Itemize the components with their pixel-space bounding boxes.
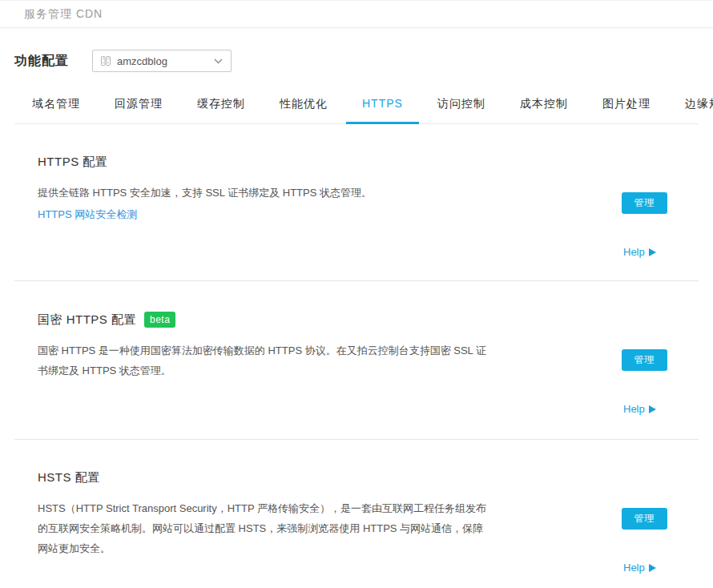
manage-button[interactable]: 管理 (622, 508, 667, 530)
beta-badge: beta (144, 312, 175, 328)
section-description: HSTS（HTTP Strict Transport Security，HTTP… (38, 498, 490, 558)
page-title: 功能配置 (14, 53, 69, 70)
tab-https[interactable]: HTTPS (346, 90, 419, 123)
play-right-icon (649, 405, 656, 413)
https-security-check-link[interactable]: HTTPS 网站安全检测 (38, 207, 137, 222)
section-title: HSTS 配置 (38, 470, 490, 485)
section-title: HTTPS 配置 (38, 155, 490, 170)
help-link[interactable]: Help (623, 562, 656, 574)
service-selector-value: amzcdblog (117, 55, 214, 67)
service-icon (100, 55, 111, 66)
tab-cost-control[interactable]: 成本控制 (504, 90, 584, 123)
help-link-label: Help (623, 562, 645, 574)
section-hsts-config: HSTS 配置 HSTS（HTTP Strict Transport Secur… (14, 440, 699, 588)
play-right-icon (649, 248, 656, 256)
tab-image-processing[interactable]: 图片处理 (586, 90, 667, 123)
feature-tab-bar: 域名管理 回源管理 缓存控制 性能优化 HTTPS 访问控制 成本控制 图片处理… (14, 90, 699, 124)
help-link[interactable]: Help (623, 403, 656, 415)
tab-origin-management[interactable]: 回源管理 (99, 90, 179, 123)
breadcrumb: 服务管理 CDN (24, 7, 103, 22)
tab-cache-control[interactable]: 缓存控制 (181, 90, 261, 123)
section-title-text: 国密 HTTPS 配置 (38, 312, 136, 328)
manage-button[interactable]: 管理 (622, 349, 667, 371)
help-link-label: Help (623, 403, 645, 415)
config-header-row: 功能配置 amzcdblog (14, 50, 699, 72)
section-description: 提供全链路 HTTPS 安全加速，支持 SSL 证书绑定及 HTTPS 状态管理… (38, 183, 490, 203)
tab-edge-rules[interactable]: 边缘规则 (669, 90, 713, 123)
section-description: 国密 HTTPS 是一种使用国密算法加密传输数据的 HTTPS 协议。在又拍云控… (38, 340, 490, 381)
manage-button[interactable]: 管理 (622, 192, 667, 214)
tab-performance[interactable]: 性能优化 (264, 90, 344, 123)
service-selector-dropdown[interactable]: amzcdblog (92, 50, 232, 72)
help-link-label: Help (623, 246, 645, 258)
top-bar: 服务管理 CDN (0, 0, 713, 28)
chevron-down-icon (214, 58, 223, 64)
help-link[interactable]: Help (623, 246, 656, 258)
play-right-icon (649, 564, 656, 572)
tab-domain-management[interactable]: 域名管理 (16, 90, 96, 123)
section-title-text: HSTS 配置 (38, 470, 100, 485)
section-title: 国密 HTTPS 配置 beta (38, 312, 490, 328)
tab-access-control[interactable]: 访问控制 (421, 90, 502, 123)
main-content: 功能配置 amzcdblog 域名管理 回源管理 (0, 50, 713, 588)
section-gm-https-config: 国密 HTTPS 配置 beta 国密 HTTPS 是一种使用国密算法加密传输数… (14, 281, 699, 440)
section-title-text: HTTPS 配置 (38, 155, 107, 170)
section-https-config: HTTPS 配置 提供全链路 HTTPS 安全加速，支持 SSL 证书绑定及 H… (14, 124, 699, 281)
